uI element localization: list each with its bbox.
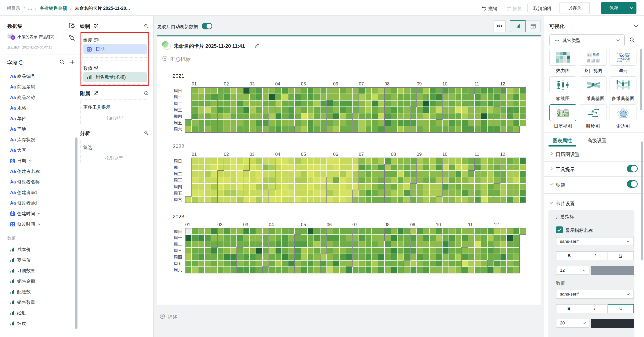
svg-text:10: 10: [436, 222, 441, 227]
svg-text:2022: 2022: [173, 143, 184, 149]
svg-text:周日: 周日: [174, 159, 182, 164]
svg-text:WORD: WORD: [617, 58, 621, 60]
svg-text:07: 07: [359, 81, 364, 86]
svg-text:123: 123: [596, 59, 600, 61]
svg-text:01: 01: [192, 81, 197, 86]
svg-text:CLOUD: CLOUD: [626, 55, 630, 56]
svg-text:03: 03: [250, 81, 255, 86]
svg-text:Nov: Nov: [564, 108, 568, 111]
svg-text:10: 10: [442, 81, 447, 86]
svg-text:周六: 周六: [174, 268, 182, 272]
svg-text:Oct: Oct: [558, 108, 561, 111]
svg-text:123: 123: [587, 59, 590, 61]
svg-text:08: 08: [385, 81, 390, 86]
svg-text:03: 03: [243, 222, 248, 227]
svg-text:周一: 周一: [174, 235, 182, 240]
svg-text:周三: 周三: [174, 108, 182, 112]
svg-text:12: 12: [500, 81, 505, 86]
svg-text:07: 07: [352, 222, 357, 227]
svg-text:WORD: WORD: [617, 60, 622, 62]
svg-text:周二: 周二: [174, 101, 182, 106]
svg-text:周二: 周二: [174, 242, 182, 247]
svg-text:WORD: WORD: [625, 53, 630, 54]
svg-text:08: 08: [385, 222, 390, 227]
svg-text:周四: 周四: [174, 255, 182, 260]
svg-text:周一: 周一: [174, 95, 182, 100]
svg-text:周三: 周三: [174, 248, 182, 253]
svg-text:01: 01: [185, 222, 190, 227]
svg-text:2023: 2023: [173, 214, 184, 219]
svg-text:05: 05: [301, 152, 306, 157]
svg-text:2021: 2021: [173, 73, 184, 79]
svg-text:06: 06: [333, 152, 338, 157]
svg-text:05: 05: [301, 222, 306, 227]
svg-text:04: 04: [269, 222, 274, 227]
svg-text:周五: 周五: [174, 261, 182, 266]
svg-text:02: 02: [217, 222, 222, 227]
svg-text:周五: 周五: [174, 191, 182, 196]
svg-text:05: 05: [301, 81, 306, 86]
svg-text:CLOUD: CLOUD: [621, 57, 630, 60]
svg-text:11: 11: [474, 81, 479, 86]
svg-text:CLOUD: CLOUD: [617, 53, 622, 55]
svg-text:04: 04: [275, 152, 280, 157]
svg-text:11: 11: [468, 222, 473, 227]
svg-text:10: 10: [442, 152, 447, 157]
svg-text:123: 123: [591, 59, 595, 61]
svg-text:02: 02: [224, 152, 229, 157]
svg-text:周五: 周五: [174, 121, 182, 125]
svg-text:06: 06: [327, 222, 332, 227]
svg-text:02: 02: [224, 81, 229, 86]
svg-text:01: 01: [192, 152, 197, 157]
svg-text:周六: 周六: [174, 127, 182, 132]
svg-text:06: 06: [333, 81, 338, 86]
svg-text:CLOUD: CLOUD: [626, 60, 630, 62]
svg-text:04: 04: [275, 81, 280, 86]
svg-text:ITEM: ITEM: [593, 53, 599, 55]
svg-text:11: 11: [474, 152, 479, 157]
svg-text:周日: 周日: [174, 88, 182, 93]
svg-text:周六: 周六: [174, 197, 182, 202]
svg-text:08: 08: [391, 152, 396, 157]
svg-text:周一: 周一: [174, 165, 182, 170]
svg-text:12: 12: [500, 152, 505, 157]
svg-text:09: 09: [410, 222, 415, 227]
svg-text:周三: 周三: [174, 178, 182, 183]
svg-text:周四: 周四: [174, 184, 182, 189]
svg-text:09: 09: [417, 152, 422, 157]
svg-text:周四: 周四: [174, 114, 182, 119]
svg-text:07: 07: [359, 152, 364, 157]
svg-text:周日: 周日: [174, 229, 182, 234]
svg-text:周二: 周二: [174, 172, 182, 176]
svg-text:09: 09: [417, 81, 422, 86]
svg-text:12: 12: [494, 222, 499, 227]
svg-text:03: 03: [250, 152, 255, 157]
